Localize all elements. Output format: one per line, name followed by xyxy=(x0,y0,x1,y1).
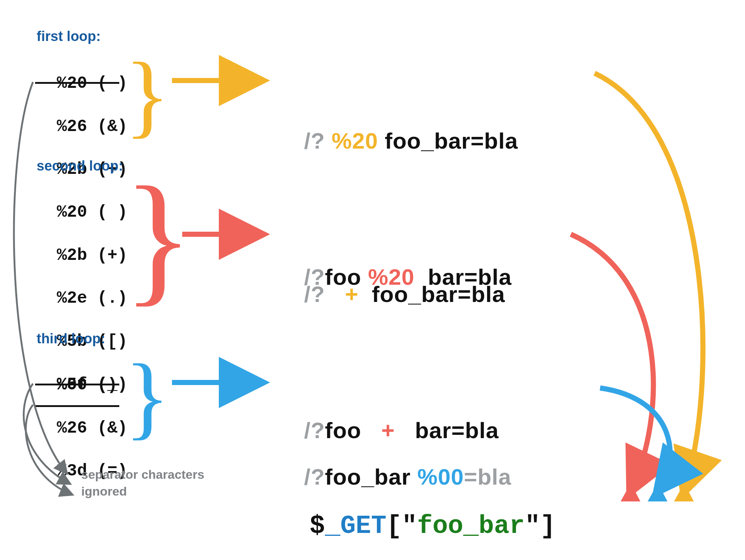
ex-pre-foo: foo xyxy=(325,264,361,290)
ex-pre-foobar: foo_bar xyxy=(325,464,411,489)
label-third-loop: third loop: xyxy=(37,331,105,347)
curve-second-to-result xyxy=(571,234,654,490)
result-get: _GET xyxy=(325,512,386,541)
ex-pre-slash: /? xyxy=(304,264,325,290)
code-list-third: %00 () %26 (&) %3d (=) xyxy=(37,353,127,482)
result-expr: $_GET["foo_bar"] xyxy=(310,512,555,541)
curve-third-to-result xyxy=(600,388,670,490)
label-second-loop: second loop: xyxy=(37,158,123,174)
caption-line-1: separator characters xyxy=(81,467,204,481)
code-item: %20 ( ) xyxy=(57,203,127,222)
ex-post: foo_bar=bla xyxy=(385,128,518,153)
ex-pre-slash: /? xyxy=(304,464,325,489)
code-item: %2e (.) xyxy=(57,289,127,308)
caption-separator: separator characters ignored xyxy=(81,466,204,500)
example-row: /?foo %20 bar=bla xyxy=(277,231,512,323)
code-item: %2b (+) xyxy=(57,246,127,265)
ex-mid: %20 xyxy=(361,264,421,290)
curve-first-to-result xyxy=(595,73,703,490)
brace-first: } xyxy=(124,41,170,149)
code-item: %26 (&) xyxy=(57,419,127,438)
result-close: "] xyxy=(525,512,555,541)
example-row: /?foo_bar %00=bla xyxy=(277,431,512,523)
ex-post: bar=bla xyxy=(421,264,512,290)
brace-second: } xyxy=(123,154,193,322)
result-open: [" xyxy=(386,512,417,541)
result-key: foo_bar xyxy=(417,512,525,541)
caption-line-2: ignored xyxy=(81,484,127,498)
ex-mid: %20 xyxy=(325,128,385,153)
ex-post: =bla xyxy=(464,464,512,489)
result-dollar: $ xyxy=(310,512,325,541)
strike-first-1 xyxy=(35,82,119,84)
head-red-big xyxy=(621,483,640,501)
strike-third-2 xyxy=(35,405,119,407)
strike-third-1 xyxy=(35,384,119,385)
head-yellow-big xyxy=(674,483,694,501)
label-first-loop: first loop: xyxy=(37,29,101,44)
code-item: %26 (&) xyxy=(57,117,127,136)
brace-third: } xyxy=(124,343,170,450)
ex-pre: /? xyxy=(304,128,325,153)
head-cyan-big xyxy=(648,483,667,501)
ex-mid: %00 xyxy=(411,464,464,489)
